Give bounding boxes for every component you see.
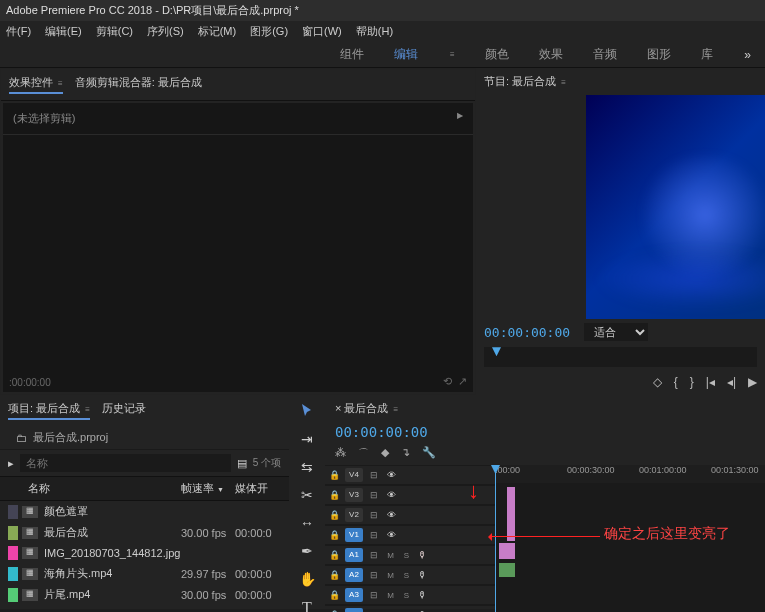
lock-icon[interactable]: 🔒 xyxy=(329,530,340,540)
disclosure-icon[interactable]: ▶ xyxy=(457,111,463,126)
asset-row[interactable]: ▦最后合成30.00 fps00:00:0 xyxy=(0,522,289,543)
out-point-icon[interactable]: } xyxy=(690,375,694,389)
razor-tool-icon[interactable]: ✂ xyxy=(297,487,317,503)
snap-icon[interactable]: ⁂ xyxy=(335,446,346,461)
panel-menu-icon[interactable]: ≡ xyxy=(561,78,566,87)
marker-icon[interactable]: ◆ xyxy=(381,446,389,461)
filter-icon[interactable]: ▸ xyxy=(8,457,14,470)
voiceover-icon[interactable]: 🎙 xyxy=(417,570,428,580)
sync-lock-icon[interactable]: ⊟ xyxy=(368,490,380,500)
video-track-header[interactable]: 🔒V2⊟👁 xyxy=(325,505,495,525)
mute-button[interactable]: M xyxy=(385,591,396,600)
audio-track-header[interactable]: 🔒A3⊟MS🎙 xyxy=(325,585,495,605)
playhead[interactable] xyxy=(495,465,496,612)
track-select-tool-icon[interactable]: ⇥ xyxy=(297,431,317,447)
program-scrubber[interactable] xyxy=(484,347,757,367)
asset-row[interactable]: ▦IMG_20180703_144812.jpg xyxy=(0,543,289,563)
voiceover-icon[interactable]: 🎙 xyxy=(417,550,428,560)
video-track-header[interactable]: 🔒V4⊟👁 xyxy=(325,465,495,485)
menu-item[interactable]: 窗口(W) xyxy=(302,24,342,39)
asset-row[interactable]: ▦片尾.mp430.00 fps00:00:0 xyxy=(0,584,289,605)
search-input[interactable] xyxy=(20,454,231,472)
marker-icon[interactable]: ◇ xyxy=(653,375,662,389)
eye-icon[interactable]: 👁 xyxy=(385,470,397,480)
menu-item[interactable]: 标记(M) xyxy=(198,24,237,39)
in-point-icon[interactable]: { xyxy=(674,375,678,389)
solo-button[interactable]: S xyxy=(401,571,412,580)
tab-project[interactable]: 项目: 最后合成 ≡ xyxy=(8,401,90,420)
loop-icon[interactable]: ⟲ xyxy=(443,375,452,388)
col-name[interactable]: 名称 xyxy=(28,481,181,496)
panel-menu-icon[interactable]: ≡ xyxy=(58,79,63,88)
track-target[interactable]: A3 xyxy=(345,588,363,602)
lock-icon[interactable]: 🔒 xyxy=(329,550,340,560)
timeline-timecode[interactable]: 00:00:00:00 xyxy=(335,424,428,440)
audio-track-header[interactable]: 🔒A2⊟MS🎙 xyxy=(325,565,495,585)
track-target[interactable]: V2 xyxy=(345,508,363,522)
preview-viewport[interactable] xyxy=(586,95,765,319)
program-timecode[interactable]: 00:00:00:00 xyxy=(484,325,570,340)
column-headers[interactable]: 名称 帧速率 ▼ 媒体开 xyxy=(0,476,289,501)
track-target[interactable]: A1 xyxy=(345,548,363,562)
panel-menu-icon[interactable]: ≡ xyxy=(394,405,399,414)
asset-row[interactable]: ▦颜色遮罩 xyxy=(0,501,289,522)
workspace-tab[interactable]: 编辑 xyxy=(394,46,418,63)
menu-item[interactable]: 剪辑(C) xyxy=(96,24,133,39)
ripple-edit-tool-icon[interactable]: ⇆ xyxy=(297,459,317,475)
workspace-tab[interactable]: 颜色 xyxy=(485,46,509,63)
track-target[interactable]: V1 xyxy=(345,528,363,542)
tab-effect-controls[interactable]: 效果控件 ≡ xyxy=(9,75,63,94)
audio-track-header[interactable]: 🔒A4⊟MS🎙 xyxy=(325,605,495,612)
panel-menu-icon[interactable]: ≡ xyxy=(450,50,455,59)
lock-icon[interactable]: 🔒 xyxy=(329,590,340,600)
menu-item[interactable]: 序列(S) xyxy=(147,24,184,39)
play-icon[interactable]: ▶ xyxy=(748,375,757,389)
settings-icon[interactable]: 🔧 xyxy=(422,446,436,461)
sync-lock-icon[interactable]: ⊟ xyxy=(368,470,380,480)
insert-icon[interactable]: ↴ xyxy=(401,446,410,461)
sync-lock-icon[interactable]: ⊟ xyxy=(368,510,380,520)
selection-tool-icon[interactable] xyxy=(297,403,317,419)
video-clip[interactable] xyxy=(499,543,515,559)
video-clip[interactable] xyxy=(507,487,515,541)
sync-lock-icon[interactable]: ⊟ xyxy=(368,530,380,540)
menu-item[interactable]: 编辑(E) xyxy=(45,24,82,39)
timeline-content[interactable]: :00:0000:00:30:0000:01:00:0000:01:30:00 xyxy=(495,465,765,612)
track-target[interactable]: V4 xyxy=(345,468,363,482)
time-ruler[interactable]: :00:0000:00:30:0000:01:00:0000:01:30:00 xyxy=(495,465,765,483)
eye-icon[interactable]: 👁 xyxy=(385,490,397,500)
sort-icon[interactable]: ▤ xyxy=(237,457,247,470)
workspace-tab[interactable]: 音频 xyxy=(593,46,617,63)
audio-track-header[interactable]: 🔒A1⊟MS🎙 xyxy=(325,545,495,565)
playhead-icon[interactable] xyxy=(492,347,501,356)
lock-icon[interactable]: 🔒 xyxy=(329,570,340,580)
eye-icon[interactable]: 👁 xyxy=(385,530,397,540)
workspace-tab[interactable]: 图形 xyxy=(647,46,671,63)
lock-icon[interactable]: 🔒 xyxy=(329,470,340,480)
voiceover-icon[interactable]: 🎙 xyxy=(417,590,428,600)
col-framerate[interactable]: 帧速率 ▼ xyxy=(181,481,235,496)
export-frame-icon[interactable]: ↗ xyxy=(458,375,467,388)
lock-icon[interactable]: 🔒 xyxy=(329,490,340,500)
track-target[interactable]: A4 xyxy=(345,608,363,612)
more-workspaces-icon[interactable]: » xyxy=(744,48,751,62)
video-track-header[interactable]: 🔒V3⊟👁 xyxy=(325,485,495,505)
pen-tool-icon[interactable]: ✒ xyxy=(297,543,317,559)
menu-item[interactable]: 帮助(H) xyxy=(356,24,393,39)
sync-lock-icon[interactable]: ⊟ xyxy=(368,570,380,580)
lock-icon[interactable]: 🔒 xyxy=(329,510,340,520)
solo-button[interactable]: S xyxy=(401,551,412,560)
col-media-start[interactable]: 媒体开 xyxy=(235,481,281,496)
slip-tool-icon[interactable]: ↔ xyxy=(297,515,317,531)
eye-icon[interactable]: 👁 xyxy=(385,510,397,520)
video-track-header[interactable]: 🔒V1⊟👁 xyxy=(325,525,495,545)
sync-lock-icon[interactable]: ⊟ xyxy=(368,550,380,560)
workspace-tab[interactable]: 库 xyxy=(701,46,713,63)
mute-button[interactable]: M xyxy=(385,551,396,560)
panel-menu-icon[interactable]: ≡ xyxy=(85,405,90,414)
linked-selection-icon[interactable]: ⌒ xyxy=(358,446,369,461)
menu-item[interactable]: 图形(G) xyxy=(250,24,288,39)
workspace-tab[interactable]: 效果 xyxy=(539,46,563,63)
tab-audio-mixer[interactable]: 音频剪辑混合器: 最后合成 xyxy=(75,75,202,94)
workspace-tab[interactable]: 组件 xyxy=(340,46,364,63)
